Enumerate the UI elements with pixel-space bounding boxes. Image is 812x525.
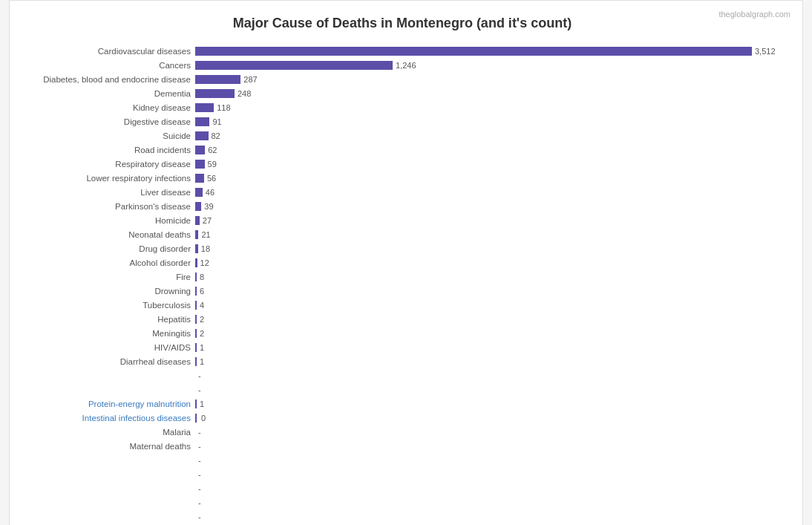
bar-label: Diabetes, blood and endocrine disease bbox=[17, 75, 195, 84]
bar-value-label: 1 bbox=[200, 400, 204, 408]
bar-row: Cardiovascular diseases3,512 bbox=[17, 45, 788, 58]
bar bbox=[195, 301, 197, 310]
bar-row: - bbox=[17, 510, 788, 524]
bar-row: - bbox=[17, 496, 788, 509]
bar-value-label: 2 bbox=[200, 315, 204, 324]
bar-area: - bbox=[195, 428, 788, 437]
bar-row: Alcohol disorder12 bbox=[17, 256, 788, 270]
bar-area: 39 bbox=[195, 202, 788, 211]
bar-row: HIV/AIDS1 bbox=[17, 341, 788, 354]
bar-value-label: 59 bbox=[208, 160, 217, 169]
bar-area: 248 bbox=[195, 89, 788, 98]
bar-value-label: 56 bbox=[207, 174, 216, 183]
bar-area: 27 bbox=[195, 216, 788, 225]
bar-label: Intestinal infectious diseases bbox=[17, 414, 195, 423]
bar bbox=[195, 244, 198, 253]
bar-value-label: 3,512 bbox=[755, 47, 776, 56]
bar-row: Homicide27 bbox=[17, 214, 788, 227]
bar-area: 2 bbox=[195, 329, 788, 338]
bar-row: - bbox=[17, 468, 788, 481]
bar-value-label: 2 bbox=[200, 329, 204, 338]
bar-label: Road incidents bbox=[17, 146, 195, 154]
bar-area: 91 bbox=[195, 117, 788, 126]
bar-area: 6 bbox=[195, 287, 788, 296]
bar-label: Alcohol disorder bbox=[17, 258, 195, 267]
bar-area: - bbox=[195, 484, 788, 493]
bar-value-label: 6 bbox=[200, 287, 204, 296]
bar bbox=[195, 146, 205, 154]
bar-area: 82 bbox=[195, 131, 788, 140]
bar bbox=[195, 258, 197, 267]
dash-value: - bbox=[198, 470, 201, 479]
bar-row: Meningitis2 bbox=[17, 327, 788, 340]
bar-area: 59 bbox=[195, 160, 788, 169]
bar-label: Hepatitis bbox=[17, 315, 195, 324]
bar-value-label: 62 bbox=[208, 146, 217, 154]
bar bbox=[195, 202, 201, 211]
bar-area: - bbox=[195, 456, 788, 465]
bar-row: Cancers1,246 bbox=[17, 59, 788, 72]
bar-area: 46 bbox=[195, 188, 788, 197]
bar-value-label: 4 bbox=[200, 301, 204, 310]
bar-row: Road incidents62 bbox=[17, 143, 788, 157]
bar-row: Neonatal deaths21 bbox=[17, 228, 788, 241]
bar-area: 1 bbox=[195, 400, 788, 408]
dash-value: - bbox=[198, 512, 201, 521]
bar-area: - bbox=[195, 442, 788, 451]
bar-value-label: 248 bbox=[238, 89, 251, 98]
bar-row: Drug disorder18 bbox=[17, 242, 788, 255]
bar-area: 18 bbox=[195, 244, 788, 253]
bar-label: Suicide bbox=[17, 131, 195, 140]
bar-row: Fire8 bbox=[17, 270, 788, 284]
bar-area: 0 bbox=[195, 414, 788, 423]
bar-area: 62 bbox=[195, 146, 788, 154]
bar-row: Liver disease46 bbox=[17, 186, 788, 199]
bar-area: 3,512 bbox=[195, 47, 788, 56]
bar-value-label: 21 bbox=[201, 230, 210, 239]
bar bbox=[195, 47, 752, 56]
bar bbox=[195, 160, 205, 169]
bar-value-label: 27 bbox=[203, 216, 212, 225]
chart-title: Major Cause of Deaths in Montenegro (and… bbox=[17, 16, 788, 31]
watermark: theglobalgraph.com bbox=[718, 10, 790, 19]
bar-label: Drug disorder bbox=[17, 244, 195, 253]
tick-mark bbox=[195, 414, 197, 423]
bar-value-label: 12 bbox=[200, 258, 209, 267]
bar-value-label: 0 bbox=[201, 414, 206, 423]
bar-label: Kidney disease bbox=[17, 103, 195, 112]
bar-row: Maternal deaths- bbox=[17, 440, 788, 453]
bar-value-label: 8 bbox=[200, 273, 204, 281]
bar-label: Cancers bbox=[17, 61, 195, 70]
bar bbox=[195, 174, 204, 183]
bar-area: 287 bbox=[195, 75, 788, 84]
bar-row: Parkinson's disease39 bbox=[17, 200, 788, 213]
bar-row: - bbox=[17, 369, 788, 382]
bar-value-label: 287 bbox=[243, 75, 257, 84]
bar-value-label: 118 bbox=[217, 103, 230, 112]
bar bbox=[195, 315, 197, 324]
chart-body: Cardiovascular diseases3,512Cancers1,246… bbox=[17, 45, 788, 524]
bar-label: Dementia bbox=[17, 89, 195, 98]
bar-row: Tuberculosis4 bbox=[17, 299, 788, 312]
bar-label: Protein-energy malnutrition bbox=[17, 400, 195, 408]
dash-value: - bbox=[198, 456, 201, 465]
bar-row: Digestive disease91 bbox=[17, 115, 788, 128]
bar-row: Malaria- bbox=[17, 425, 788, 439]
bar-area: - bbox=[195, 371, 788, 380]
bar-label: Meningitis bbox=[17, 329, 195, 338]
bar-area: 1 bbox=[195, 357, 788, 366]
bar bbox=[195, 188, 203, 197]
bar-label: Respiratory disease bbox=[17, 160, 195, 169]
bar-area: 21 bbox=[195, 230, 788, 239]
bar-row: Kidney disease118 bbox=[17, 101, 788, 114]
bar-area: - bbox=[195, 498, 788, 507]
dash-value: - bbox=[198, 371, 201, 380]
bar-row: Hepatitis2 bbox=[17, 313, 788, 326]
bar-value-label: 1,246 bbox=[396, 61, 416, 70]
bar bbox=[195, 89, 235, 98]
bar-row: - bbox=[17, 454, 788, 467]
bar-row: Lower respiratory infections56 bbox=[17, 172, 788, 185]
dash-value: - bbox=[198, 484, 201, 493]
chart-container: theglobalgraph.com Major Cause of Deaths… bbox=[9, 0, 803, 525]
bar-row: Diabetes, blood and endocrine disease287 bbox=[17, 73, 788, 86]
